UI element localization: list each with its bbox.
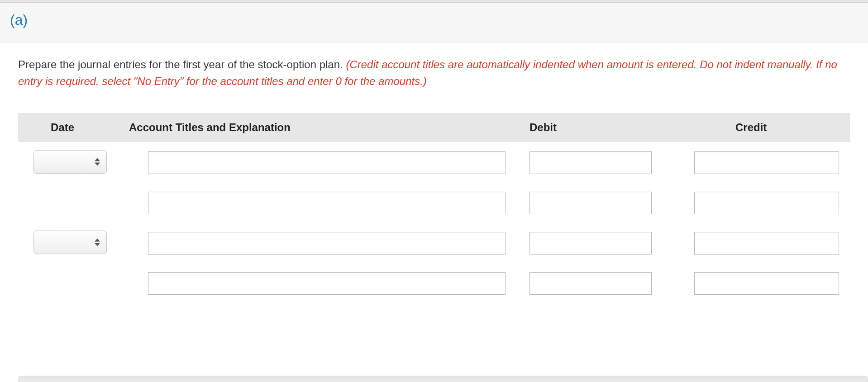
account-title-input[interactable] [148,151,506,174]
header-credit: Credit [674,121,842,134]
horizontal-scrollbar[interactable] [18,376,868,382]
account-title-input[interactable] [148,192,506,214]
debit-input[interactable] [529,192,652,214]
instruction-text: Prepare the journal entries for the firs… [18,56,850,90]
header-account: Account Titles and Explanation [129,121,529,134]
account-title-input[interactable] [148,272,506,295]
part-header: (a) [0,3,868,42]
part-label: (a) [10,12,28,28]
credit-input[interactable] [694,272,839,295]
spinner-icon [95,239,100,246]
date-select[interactable] [33,231,107,254]
credit-input[interactable] [694,192,839,214]
credit-input[interactable] [694,232,839,255]
table-header-row: Date Account Titles and Explanation Debi… [18,113,850,142]
spinner-icon [95,158,100,166]
table-row [18,142,850,184]
account-title-input[interactable] [148,232,506,255]
content-area: Prepare the journal entries for the firs… [0,42,868,303]
table-row [18,264,850,303]
journal-entry-table: Date Account Titles and Explanation Debi… [18,113,850,303]
header-debit: Debit [529,121,674,134]
table-row [18,184,850,222]
credit-input[interactable] [694,151,839,174]
debit-input[interactable] [529,151,652,174]
debit-input[interactable] [529,272,652,295]
debit-input[interactable] [529,232,652,255]
table-row [18,222,850,264]
instruction-plain: Prepare the journal entries for the firs… [18,58,346,71]
header-date: Date [18,121,129,134]
date-select[interactable] [33,150,107,174]
